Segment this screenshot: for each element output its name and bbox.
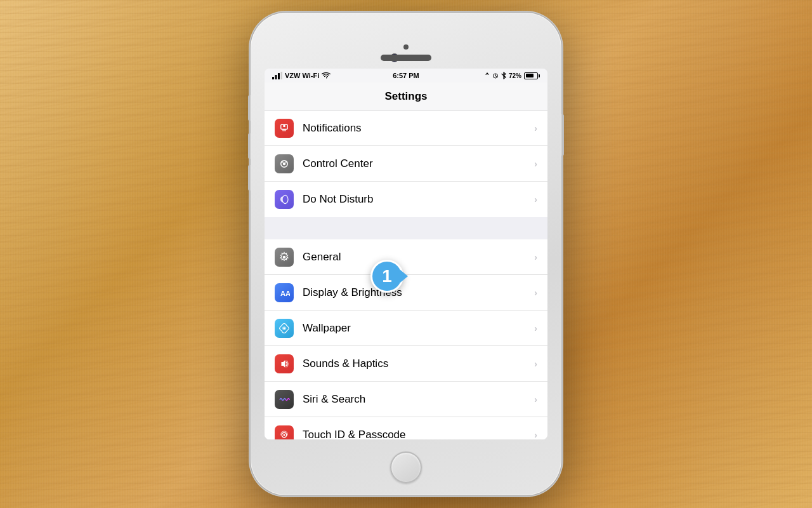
- general-icon: [275, 248, 294, 267]
- svg-point-11: [283, 162, 286, 165]
- notifications-chevron: ›: [534, 123, 537, 133]
- home-button[interactable]: [390, 451, 422, 483]
- svg-rect-8: [282, 129, 286, 131]
- dnd-svg: [278, 194, 290, 205]
- alarm-icon: [492, 72, 499, 79]
- bluetooth-icon: [501, 72, 506, 79]
- settings-row-dnd[interactable]: Do Not Disturb ›: [265, 182, 547, 217]
- status-bar: VZW Wi-Fi 6:57 PM: [265, 69, 547, 83]
- general-svg: [278, 251, 290, 263]
- status-carrier: VZW Wi-Fi: [272, 72, 331, 79]
- badge-arrow: [400, 270, 408, 283]
- settings-row-siri[interactable]: Siri & Search ›: [265, 382, 547, 417]
- status-right: 72%: [485, 72, 540, 79]
- page-title: Settings: [384, 90, 427, 103]
- settings-row-sounds[interactable]: Sounds & Haptics ›: [265, 346, 547, 382]
- control-center-svg: [278, 158, 290, 170]
- display-icon: AA: [275, 283, 294, 302]
- control-center-label: Control Center: [303, 157, 534, 170]
- battery-percent: 72%: [509, 72, 521, 79]
- svg-rect-2: [278, 73, 280, 79]
- siri-svg: [278, 394, 290, 405]
- sounds-label: Sounds & Haptics: [303, 358, 534, 370]
- general-chevron: ›: [534, 252, 537, 262]
- display-label: Display & Brightness: [303, 286, 534, 299]
- settings-row-wallpaper[interactable]: Wallpaper ›: [265, 311, 547, 346]
- status-time: 6:57 PM: [393, 72, 419, 79]
- svg-rect-3: [281, 72, 283, 79]
- nav-bar: Settings: [265, 83, 547, 110]
- control-center-chevron: ›: [534, 159, 537, 169]
- iphone-bottom: [251, 439, 561, 495]
- wallpaper-label: Wallpaper: [303, 322, 534, 335]
- svg-marker-17: [282, 360, 285, 368]
- display-chevron: ›: [534, 288, 537, 298]
- svg-point-16: [284, 327, 285, 329]
- settings-row-control-center[interactable]: Control Center ›: [265, 146, 547, 182]
- signal-icon: [272, 72, 282, 79]
- badge-number: 1: [382, 267, 392, 285]
- svg-line-6: [495, 76, 497, 77]
- settings-row-touchid[interactable]: Touch ID & Passcode ›: [265, 417, 547, 439]
- step-badge: 1: [370, 260, 403, 293]
- wallpaper-chevron: ›: [534, 323, 537, 333]
- notifications-svg: [278, 123, 290, 134]
- display-svg: AA: [278, 287, 290, 298]
- settings-row-notifications[interactable]: Notifications ›: [265, 110, 547, 146]
- notifications-label: Notifications: [303, 122, 534, 135]
- general-label: General: [303, 251, 534, 264]
- siri-label: Siri & Search: [303, 393, 534, 406]
- sounds-chevron: ›: [534, 359, 537, 369]
- siri-icon: [275, 390, 294, 409]
- svg-point-14: [283, 255, 286, 258]
- svg-point-13: [285, 161, 287, 162]
- svg-point-19: [284, 434, 285, 436]
- notifications-icon: [275, 119, 294, 138]
- iphone-frame: VZW Wi-Fi 6:57 PM: [251, 13, 561, 495]
- dnd-label: Do Not Disturb: [303, 193, 534, 206]
- sounds-icon: [275, 354, 294, 373]
- touchid-icon: [275, 425, 294, 439]
- svg-rect-0: [272, 77, 274, 79]
- svg-rect-1: [275, 75, 277, 79]
- touchid-label: Touch ID & Passcode: [303, 429, 534, 439]
- carrier-label: VZW Wi-Fi: [285, 72, 319, 79]
- wallpaper-svg: [278, 323, 290, 334]
- touchid-svg: [278, 429, 290, 439]
- speaker-grille: [381, 55, 431, 61]
- svg-text:AA: AA: [280, 289, 290, 297]
- dnd-chevron: ›: [534, 194, 537, 204]
- settings-section-1: Notifications › Control Center: [265, 110, 547, 217]
- camera-dot: [403, 44, 409, 50]
- siri-chevron: ›: [534, 394, 537, 404]
- dnd-icon: [275, 190, 294, 209]
- iphone-top-hardware: [251, 13, 561, 69]
- svg-point-9: [283, 124, 285, 127]
- control-center-icon: [275, 154, 294, 173]
- location-icon: [485, 72, 490, 79]
- touchid-chevron: ›: [534, 430, 537, 439]
- wallpaper-icon: [275, 319, 294, 338]
- svg-point-12: [282, 161, 283, 162]
- section-gap-1: [265, 217, 547, 239]
- battery-icon: [524, 72, 540, 79]
- wifi-icon: [322, 72, 331, 79]
- sounds-svg: [278, 358, 290, 370]
- screen: VZW Wi-Fi 6:57 PM: [265, 69, 547, 439]
